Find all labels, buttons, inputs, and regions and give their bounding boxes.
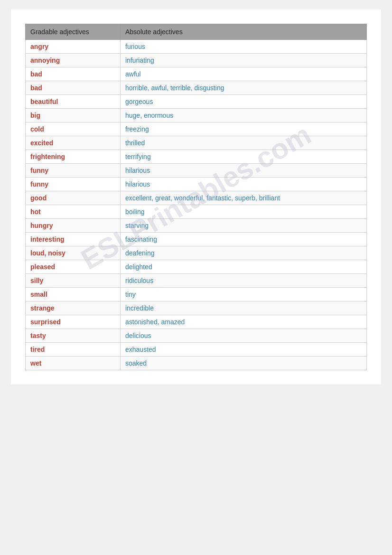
table-row: funnyhilarious xyxy=(26,164,367,178)
absolute-cell: huge, enormous xyxy=(121,109,367,122)
absolute-cell: fascinating xyxy=(121,233,367,246)
table-row: badhorrible, awful, terrible, disgusting xyxy=(26,81,367,95)
gradable-cell: surprised xyxy=(26,315,121,329)
table-row: hotboiling xyxy=(26,205,367,219)
header-absolute: Absolute adjectives xyxy=(121,24,367,40)
absolute-cell: furious xyxy=(121,40,367,54)
table-row: interestingfascinating xyxy=(26,233,367,246)
gradable-cell: good xyxy=(26,191,121,205)
gradable-cell: cold xyxy=(26,122,121,136)
table-row: sillyridiculous xyxy=(26,274,367,288)
table-row: funnyhilarious xyxy=(26,178,367,191)
table-row: coldfreezing xyxy=(26,122,367,136)
gradable-cell: hungry xyxy=(26,219,121,233)
absolute-cell: hilarious xyxy=(121,178,367,191)
gradable-cell: pleased xyxy=(26,260,121,274)
page-container: ESLPrintables.com Gradable adjectives Ab… xyxy=(11,9,381,385)
gradable-cell: funny xyxy=(26,178,121,191)
gradable-cell: bad xyxy=(26,67,121,81)
table-row: smalltiny xyxy=(26,288,367,301)
gradable-cell: funny xyxy=(26,164,121,178)
gradable-cell: loud, noisy xyxy=(26,246,121,260)
gradable-cell: big xyxy=(26,109,121,122)
table-row: badawful xyxy=(26,67,367,81)
gradable-cell: tasty xyxy=(26,329,121,343)
absolute-cell: boiling xyxy=(121,205,367,219)
absolute-cell: deafening xyxy=(121,246,367,260)
table-row: goodexcellent, great, wonderful, fantast… xyxy=(26,191,367,205)
gradable-cell: frightening xyxy=(26,150,121,164)
absolute-cell: tiny xyxy=(121,288,367,301)
header-gradable: Gradable adjectives xyxy=(26,24,121,40)
table-body: angryfuriousannoyinginfuriatingbadawfulb… xyxy=(26,40,367,370)
gradable-cell: angry xyxy=(26,40,121,54)
gradable-cell: hot xyxy=(26,205,121,219)
absolute-cell: soaked xyxy=(121,357,367,370)
gradable-cell: annoying xyxy=(26,54,121,67)
gradable-cell: strange xyxy=(26,301,121,315)
gradable-cell: beautiful xyxy=(26,95,121,109)
absolute-cell: terrifying xyxy=(121,150,367,164)
absolute-cell: astonished, amazed xyxy=(121,315,367,329)
absolute-cell: delicious xyxy=(121,329,367,343)
table-row: tastydelicious xyxy=(26,329,367,343)
table-row: angryfurious xyxy=(26,40,367,54)
absolute-cell: exhausted xyxy=(121,343,367,357)
table-row: pleaseddelighted xyxy=(26,260,367,274)
absolute-cell: horrible, awful, terrible, disgusting xyxy=(121,81,367,95)
absolute-cell: awful xyxy=(121,67,367,81)
absolute-cell: hilarious xyxy=(121,164,367,178)
table-wrapper: ESLPrintables.com Gradable adjectives Ab… xyxy=(25,24,367,370)
absolute-cell: excellent, great, wonderful, fantastic, … xyxy=(121,191,367,205)
table-row: hungrystarving xyxy=(26,219,367,233)
gradable-cell: interesting xyxy=(26,233,121,246)
gradable-cell: tired xyxy=(26,343,121,357)
table-row: bighuge, enormous xyxy=(26,109,367,122)
table-row: surprisedastonished, amazed xyxy=(26,315,367,329)
table-row: beautifulgorgeous xyxy=(26,95,367,109)
absolute-cell: thrilled xyxy=(121,136,367,150)
gradable-cell: silly xyxy=(26,274,121,288)
table-row: frighteningterrifying xyxy=(26,150,367,164)
table-row: loud, noisydeafening xyxy=(26,246,367,260)
table-row: annoyinginfuriating xyxy=(26,54,367,67)
table-row: tiredexhausted xyxy=(26,343,367,357)
absolute-cell: incredible xyxy=(121,301,367,315)
gradable-cell: small xyxy=(26,288,121,301)
absolute-cell: freezing xyxy=(121,122,367,136)
adjectives-table: Gradable adjectives Absolute adjectives … xyxy=(25,24,367,370)
gradable-cell: bad xyxy=(26,81,121,95)
absolute-cell: gorgeous xyxy=(121,95,367,109)
table-row: strangeincredible xyxy=(26,301,367,315)
gradable-cell: wet xyxy=(26,357,121,370)
absolute-cell: delighted xyxy=(121,260,367,274)
table-header-row: Gradable adjectives Absolute adjectives xyxy=(26,24,367,40)
absolute-cell: ridiculous xyxy=(121,274,367,288)
gradable-cell: excited xyxy=(26,136,121,150)
table-row: excitedthrilled xyxy=(26,136,367,150)
absolute-cell: infuriating xyxy=(121,54,367,67)
table-row: wetsoaked xyxy=(26,357,367,370)
absolute-cell: starving xyxy=(121,219,367,233)
